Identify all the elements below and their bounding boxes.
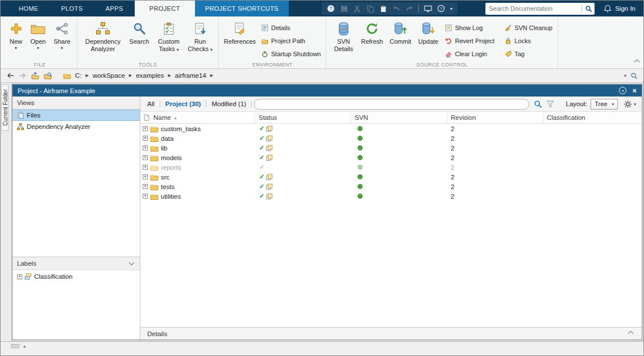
column-header-svn[interactable]: SVN [351, 112, 447, 123]
column-header-name[interactable]: Name ▴ [140, 112, 255, 123]
filter-modified[interactable]: Modified (1) [206, 100, 252, 107]
expand-icon[interactable]: + [143, 184, 148, 189]
filter-funnel-icon[interactable] [546, 100, 554, 108]
close-icon[interactable]: × [632, 87, 637, 94]
expand-icon[interactable]: + [143, 126, 148, 131]
help-icon[interactable]: ? [327, 5, 335, 12]
paste-icon[interactable] [379, 5, 387, 12]
search-icon[interactable] [584, 5, 592, 12]
table-row[interactable]: + models ✓ 2 [140, 153, 642, 162]
search-button[interactable]: Search [126, 18, 153, 45]
sidebar-item-dependency-analyzer[interactable]: Dependency Analyzer [13, 121, 140, 132]
expand-icon[interactable]: + [143, 145, 148, 150]
file-icon [144, 114, 149, 121]
breadcrumb: C: ▶ workSpace ▶ examples ▶ airframe14 ▶ [55, 72, 621, 79]
tab-project[interactable]: PROJECT [135, 1, 195, 16]
refresh-button[interactable]: Refresh [358, 18, 386, 45]
breadcrumb-item[interactable]: examples [136, 72, 164, 79]
files-icon [17, 112, 24, 119]
column-header-revision[interactable]: Revision [447, 112, 543, 123]
current-folder-toolbar: C: ▶ workSpace ▶ examples ▶ airframe14 ▶… [1, 69, 643, 83]
view-options-button[interactable]: ▾ [624, 100, 636, 108]
column-header-status[interactable]: Status [255, 112, 351, 123]
open-button[interactable]: Open ▾ [26, 18, 50, 51]
table-row[interactable]: + custom_tasks ✓ 2 [140, 124, 642, 133]
expand-icon[interactable]: + [143, 136, 148, 141]
expand-icon[interactable]: + [143, 174, 148, 179]
share-button[interactable]: Share ▾ [50, 18, 74, 51]
labels-header[interactable]: Labels [13, 257, 140, 270]
clear-login-button[interactable]: Clear Login [443, 48, 497, 59]
section-environment: References Details Project Path [219, 16, 326, 68]
expand-icon[interactable]: + [17, 274, 22, 279]
dependency-analyzer-button[interactable]: Dependency Analyzer [80, 18, 126, 52]
sign-in[interactable]: Sign In [597, 5, 643, 12]
cut-icon[interactable] [353, 5, 361, 12]
run-checks-button[interactable]: Run Checks ▾ [185, 18, 215, 52]
path-dropdown-icon[interactable]: ▾ [624, 73, 626, 78]
project-path-button[interactable]: Project Path [259, 35, 323, 46]
panel-menu-icon[interactable]: ▾ [619, 87, 626, 94]
filter-project[interactable]: Project (30) [160, 100, 207, 107]
svn-cleanup-button[interactable]: SVN Cleanup [502, 22, 555, 33]
layout-window-icon[interactable] [424, 5, 432, 12]
svn-details-button[interactable]: SVN Details [329, 18, 358, 52]
tab-apps[interactable]: APPS [94, 1, 135, 16]
show-log-button[interactable]: Show Log [443, 22, 497, 33]
references-button[interactable]: References [222, 18, 258, 45]
commit-button[interactable]: Commit [386, 18, 414, 45]
current-folder-tab[interactable]: Current Folder [1, 84, 9, 131]
browse-folder-icon[interactable] [43, 71, 52, 81]
project-search-input[interactable] [254, 99, 529, 110]
tab-project-shortcuts[interactable]: PROJECT SHORTCUTS [195, 1, 289, 16]
back-icon[interactable] [5, 71, 15, 81]
label-item-classification[interactable]: + Classification [13, 270, 140, 280]
table-row[interactable]: + lib ✓ 2 [140, 143, 642, 153]
table-row[interactable]: + data ✓ 2 [140, 133, 642, 143]
breadcrumb-item[interactable]: workSpace [93, 72, 125, 79]
breadcrumb-item[interactable]: C: [75, 72, 82, 79]
tag-button[interactable]: Tag [502, 48, 555, 59]
column-header-classification[interactable]: Classification [543, 112, 642, 123]
locks-button[interactable]: Locks [502, 35, 555, 46]
details-button[interactable]: Details [259, 22, 323, 33]
help-circle-icon[interactable]: ? [437, 5, 445, 12]
expand-icon[interactable]: + [143, 194, 148, 199]
doc-search-input[interactable] [485, 5, 581, 12]
table-row[interactable]: + reports ✓ 2 [140, 162, 642, 172]
expand-icon[interactable]: + [143, 165, 148, 170]
details-bar[interactable]: Details [140, 327, 642, 340]
sidebar-item-files[interactable]: Files [13, 110, 140, 121]
save-icon[interactable] [340, 5, 348, 12]
chevron-down-icon[interactable]: ▾ [450, 6, 452, 11]
custom-tasks-button[interactable]: Custom Tasks ▾ [153, 18, 185, 52]
search-icon[interactable] [534, 100, 542, 108]
tab-home[interactable]: HOME [7, 1, 50, 16]
forward-icon[interactable] [18, 71, 27, 81]
table-row[interactable]: + tests ✓ 2 [140, 182, 642, 191]
update-button[interactable]: Update [414, 18, 442, 45]
startup-shutdown-button[interactable]: Startup Shutdown [259, 48, 323, 59]
filter-all[interactable]: All [146, 100, 160, 107]
table-row[interactable]: + src ✓ 2 [140, 172, 642, 182]
expand-icon[interactable]: + [143, 155, 148, 160]
collapse-ribbon-icon[interactable] [635, 58, 639, 65]
redo-icon[interactable] [405, 5, 413, 12]
breadcrumb-item[interactable]: airframe14 [175, 72, 206, 79]
folder-search-icon[interactable] [629, 71, 639, 81]
status-check-icon: ✓ [259, 145, 264, 151]
layout-select[interactable]: Tree ▾ [591, 99, 618, 110]
undo-icon[interactable] [392, 5, 400, 12]
up-one-level-icon[interactable] [30, 71, 40, 81]
copy-icon[interactable] [366, 5, 374, 12]
bell-icon[interactable] [604, 5, 612, 12]
expand-panel-icon[interactable]: ▴ [23, 344, 26, 349]
new-button[interactable]: New ▾ [6, 18, 26, 51]
revert-project-button[interactable]: Revert Project [443, 35, 497, 46]
matlab-window: HOME PLOTS APPS PROJECT PROJECT SHORTCUT… [0, 0, 644, 356]
tab-plots[interactable]: PLOTS [50, 1, 94, 16]
table-row[interactable]: + utilities ✓ 2 [140, 191, 642, 201]
revert-icon [445, 37, 452, 44]
splitter-grip[interactable] [11, 344, 20, 348]
chevron-down-icon: ▾ [61, 45, 63, 51]
